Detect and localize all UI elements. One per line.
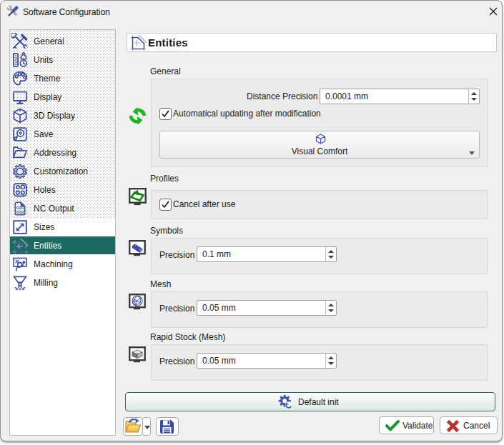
svg-text:G02: G02: [16, 210, 24, 214]
